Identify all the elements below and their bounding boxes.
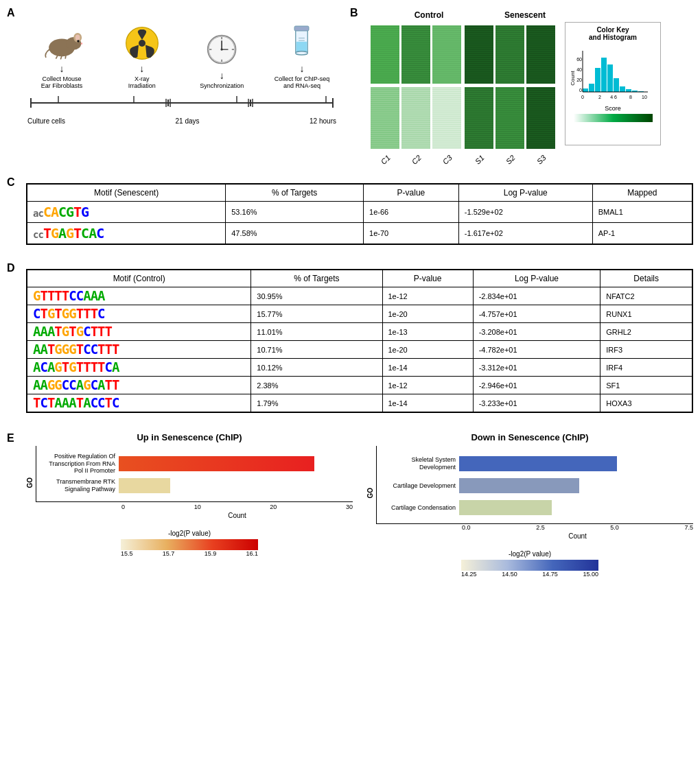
svg-text:S2: S2	[504, 154, 517, 166]
up-tick-2: 15.7	[163, 550, 175, 557]
col-logpval-c: Log P-value	[473, 270, 600, 287]
timeline-area: ↓ Collect MouseEar Fibroblasts	[21, 24, 343, 125]
up-colorbar-ticks: 15.5 15.7 15.9 16.1	[121, 550, 258, 557]
bar-label-down-3: Cartilage Condensation	[377, 504, 459, 512]
table-d-head: Motif (Control) % of Targets P-value Log…	[27, 270, 692, 287]
svg-rect-81	[601, 58, 607, 92]
down-x-label: Count	[376, 532, 693, 540]
figure-container: A	[0, 0, 700, 588]
mouse-icon-item: ↓ Collect MouseEar Fibroblasts	[27, 24, 96, 89]
panel-b-label: B	[350, 7, 358, 19]
svg-rect-83	[614, 78, 619, 92]
mapped-c-2: AP-1	[592, 223, 692, 244]
details-d-1: NFATC2	[600, 287, 692, 305]
pval-c-2: 1e-70	[364, 223, 459, 244]
table-row: CTGTGGTTTC 15.77% 1e-20 -4.757e+01 RUNX1	[27, 305, 692, 323]
timeline-line-container	[24, 93, 340, 115]
bar-fill-2	[119, 478, 170, 493]
col-pval-s: P-value	[364, 185, 459, 202]
down-bars-container: Skeletal SystemDevelopment Cartilage Dev…	[376, 446, 693, 524]
logpval-c-2: -1.617e+02	[458, 223, 592, 244]
x-tick-d-50: 5.0	[610, 524, 619, 531]
down-go-label: GO	[366, 488, 374, 499]
svg-text:60: 60	[576, 57, 582, 62]
svg-point-25	[296, 51, 308, 55]
svg-text:C1: C1	[379, 153, 391, 165]
svg-rect-62	[526, 87, 555, 149]
pct-d-3: 11.01%	[251, 323, 382, 341]
svg-rect-49	[495, 25, 524, 84]
panel-c-table: Motif (Senescent) % of Targets P-value L…	[26, 183, 693, 245]
radiation-label: X-rayIrradiation	[128, 75, 156, 89]
down-chart-title: Down in Senescence (ChIP)	[366, 432, 693, 442]
svg-rect-82	[607, 64, 613, 92]
col-motif-c: Motif (Control)	[27, 270, 251, 287]
clock-icon	[201, 31, 242, 69]
panel-b-content: Control Senescent	[367, 10, 686, 166]
score-label: Score	[569, 105, 657, 112]
up-x-axis: 0 10 20 30	[36, 504, 353, 510]
panel-e-charts-row: Up in Senescence (ChIP) GO Positive Regu…	[26, 432, 693, 578]
pct-c-2: 47.58%	[226, 223, 364, 244]
panel-a-label: A	[7, 7, 15, 19]
logpval-d-3: -3.208e+01	[473, 323, 600, 341]
x-tick-0: 0	[121, 504, 125, 510]
up-x-label: Count	[36, 512, 353, 519]
down-senescence-chart: Down in Senescence (ChIP) GO Skeletal Sy…	[366, 432, 693, 578]
logpval-c-1: -1.529e+02	[458, 202, 592, 223]
pval-c-1: 1e-66	[364, 202, 459, 223]
panel-d-label: D	[7, 262, 19, 420]
down-colorbar-gradient	[461, 560, 598, 571]
logpval-d-1: -2.834e+01	[473, 287, 600, 305]
svg-rect-50	[526, 25, 555, 84]
tube-arrow: ↓	[299, 63, 304, 74]
panel-d-row: D Motif (Control) % of Targets P-value L…	[7, 262, 693, 420]
down-x-axis: 0.0 2.5 5.0 7.5	[376, 524, 693, 531]
svg-rect-60	[465, 87, 493, 149]
heatmap-svg: C1 C2 C3 S1 S2 S3	[367, 22, 559, 166]
panel-e-content: Up in Senescence (ChIP) GO Positive Regu…	[26, 432, 693, 578]
pct-d-1: 30.95%	[251, 287, 382, 305]
up-bars-container: Positive Regulation OfTranscription From…	[36, 446, 353, 502]
pct-d-2: 15.77%	[251, 305, 382, 323]
bar-row-down-1: Skeletal SystemDevelopment	[377, 454, 693, 473]
down-colorbar-ticks: 14.25 14.50 14.75 15.00	[461, 571, 598, 578]
svg-rect-78	[583, 88, 588, 92]
control-label: Control	[381, 10, 477, 20]
table-d: Motif (Control) % of Targets P-value Log…	[27, 270, 692, 412]
svg-point-3	[75, 34, 80, 40]
panel-e-row: E Up in Senescence (ChIP) GO Positive Re…	[7, 432, 693, 578]
svg-line-8	[65, 55, 66, 58]
motif-d-2: CTGTGGTTTC	[27, 305, 251, 323]
svg-text:S3: S3	[535, 153, 548, 166]
radiation-icon	[121, 24, 163, 62]
svg-rect-46	[401, 25, 430, 84]
down-tick-4: 15.00	[583, 571, 598, 578]
tl-culture: Culture cells	[27, 117, 65, 125]
bar-row-1: Positive Regulation OfTranscription From…	[36, 454, 353, 473]
svg-text:C2: C2	[410, 153, 422, 165]
svg-text:4 6: 4 6	[610, 95, 617, 99]
color-key-histogram: Count	[569, 44, 651, 102]
x-tick-d-75: 7.5	[684, 524, 693, 531]
pval-d-1: 1e-12	[382, 287, 473, 305]
clock-label: Synchronization	[200, 82, 244, 89]
col-details-c: Details	[600, 270, 692, 287]
down-colorbar-label: -log2(P value)	[509, 550, 551, 558]
panel-c-label: C	[7, 176, 19, 252]
svg-rect-58	[401, 87, 430, 149]
tl-21days: 21 days	[176, 117, 200, 125]
bar-row-down-2: Cartilage Development	[377, 476, 693, 495]
table-c: Motif (Senescent) % of Targets P-value L…	[27, 184, 692, 244]
svg-rect-21	[294, 26, 309, 31]
mouse-svg	[41, 26, 82, 60]
motif-c-2: ccTGAGTCAC	[27, 223, 226, 244]
motif-d-1: GTTTTCCAAA	[27, 287, 251, 305]
svg-rect-61	[495, 87, 524, 149]
x-tick-d-25: 2.5	[536, 524, 545, 531]
bar-fill-1	[119, 456, 314, 471]
mouse-icon	[41, 24, 82, 62]
heatmap-row: C1 C2 C3 S1 S2 S3 Color Keyand Histogram	[367, 22, 686, 166]
down-chart-bars-area: Skeletal SystemDevelopment Cartilage Dev…	[376, 446, 693, 540]
mapped-c-1: BMAL1	[592, 202, 692, 223]
